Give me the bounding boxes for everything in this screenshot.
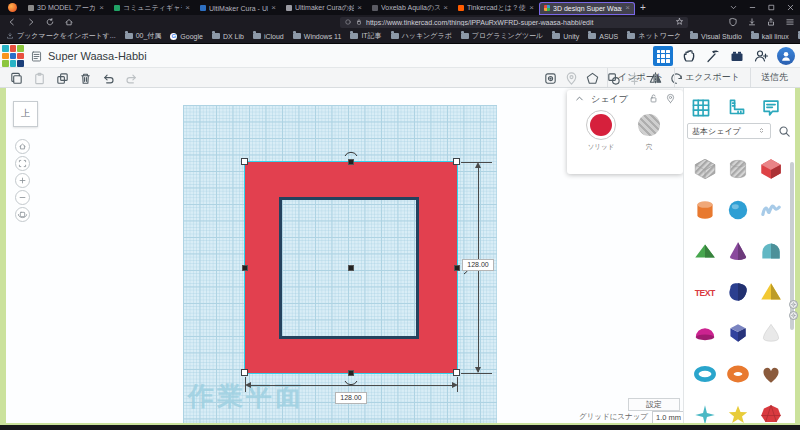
center-handle[interactable]: [348, 265, 354, 271]
share-icon[interactable]: [766, 17, 776, 27]
browser-tab[interactable]: 3D MODEL アーカイブ - HOME(3D×: [23, 2, 109, 15]
shape-outline-icon[interactable]: [584, 70, 600, 86]
extension-gear-button[interactable]: [789, 311, 798, 320]
forward-icon[interactable]: [26, 17, 36, 27]
search-icon[interactable]: [777, 124, 792, 143]
shape-heart[interactable]: [756, 359, 786, 389]
import-button[interactable]: インポート: [607, 68, 674, 87]
edge-handle-right[interactable]: [454, 265, 460, 271]
snap-value-dropdown[interactable]: 1.0 mm ▾: [652, 411, 683, 424]
brick-icon[interactable]: [729, 48, 745, 64]
tab-close-icon[interactable]: ×: [99, 5, 104, 11]
solid-option[interactable]: ソリッド: [586, 110, 616, 152]
duplicate-icon[interactable]: [54, 70, 70, 86]
export-button[interactable]: エクスポート: [674, 68, 750, 87]
corner-handle-sw[interactable]: [241, 369, 248, 376]
bookmark-item[interactable]: ASUS: [588, 33, 618, 40]
protection-shield-icon[interactable]: [728, 17, 738, 27]
edge-handle-left[interactable]: [242, 265, 248, 271]
shape-curved-text[interactable]: [723, 277, 753, 307]
tab-close-icon[interactable]: ×: [625, 5, 630, 11]
home-icon[interactable]: [64, 17, 74, 27]
tab-close-icon[interactable]: ×: [443, 5, 448, 11]
menu-icon[interactable]: [785, 17, 795, 27]
back-icon[interactable]: [7, 17, 17, 27]
bookmark-item[interactable]: kali linux: [751, 33, 789, 40]
solid-swatch[interactable]: [586, 110, 616, 140]
glove-icon[interactable]: [681, 48, 697, 64]
url-text[interactable]: https://www.tinkercad.com/things/lPPAuRx…: [366, 19, 672, 26]
avatar[interactable]: [777, 47, 795, 65]
browser-tab[interactable]: 3D design Super Waasa-Habbi×: [539, 2, 635, 15]
tile-grid-icon[interactable]: [653, 46, 673, 66]
shape-scribble[interactable]: [756, 195, 786, 225]
corner-handle-ne[interactable]: [453, 158, 460, 165]
bookmark-item[interactable]: GGoogle: [170, 33, 203, 40]
reload-icon[interactable]: [45, 17, 55, 27]
shape-box-hole[interactable]: [690, 154, 720, 184]
bookmark-item[interactable]: Windows 11: [293, 33, 342, 40]
shape-torus[interactable]: [690, 359, 720, 389]
edge-handle-bottom[interactable]: [348, 370, 354, 376]
shape-cylinder-hole[interactable]: [723, 154, 753, 184]
bookmark-item[interactable]: プログラミングツール: [461, 31, 543, 41]
bookmark-item[interactable]: DX Lib: [212, 33, 244, 40]
paste-icon[interactable]: [31, 70, 47, 86]
bookmark-item[interactable]: IT記事: [350, 31, 381, 41]
person-add-icon[interactable]: [753, 48, 769, 64]
tab-close-icon[interactable]: ×: [357, 5, 362, 11]
shape-box[interactable]: [756, 154, 786, 184]
pin-icon[interactable]: [563, 70, 579, 86]
bookmark-item[interactable]: Visual Studio: [690, 33, 742, 40]
corner-handle-se[interactable]: [453, 369, 460, 376]
document-icon[interactable]: [30, 49, 43, 67]
notes-icon[interactable]: [760, 97, 782, 119]
browser-tab[interactable]: Tinkercadとは？使い方やできるこ×: [453, 2, 539, 15]
zoom-out-button[interactable]: [15, 190, 30, 205]
lock-open-icon[interactable]: [648, 90, 659, 108]
zoom-in-button[interactable]: [15, 173, 30, 188]
shape-cylinder[interactable]: [690, 195, 720, 225]
pin-icon[interactable]: [665, 90, 676, 108]
firefox-icon[interactable]: [8, 3, 17, 12]
minimize-icon[interactable]: [748, 3, 757, 12]
browser-tab[interactable]: Ultimaker Curaの始め方【無料で×: [281, 2, 367, 15]
close-icon[interactable]: [786, 3, 795, 12]
rotate-handle-top[interactable]: [344, 148, 358, 157]
bookmark-star-icon[interactable]: [675, 17, 684, 27]
shape-category-dropdown[interactable]: 基本シェイプ: [687, 123, 771, 139]
maximize-icon[interactable]: [767, 3, 776, 12]
bookmark-item[interactable]: ブックマークをインポートす...: [6, 31, 116, 41]
copy-icon[interactable]: [8, 70, 24, 86]
bookmark-item[interactable]: 00_付属: [125, 31, 162, 41]
design-title[interactable]: Super Waasa-Habbi: [48, 50, 147, 62]
url-bar[interactable]: https://www.tinkercad.com/things/lPPAuRx…: [340, 17, 688, 28]
pickaxe-icon[interactable]: [705, 48, 721, 64]
new-tab-button[interactable]: +: [640, 3, 646, 13]
shape-pyramid[interactable]: [756, 277, 786, 307]
view-cube[interactable]: 上: [13, 101, 38, 127]
ruler-icon[interactable]: [725, 97, 747, 119]
shape-round-roof[interactable]: [756, 236, 786, 266]
browser-tab[interactable]: Voxelab Aquilaのスペック・組立・×: [367, 2, 453, 15]
delete-icon[interactable]: [77, 70, 93, 86]
height-dimension-label[interactable]: 128.00: [462, 259, 494, 271]
tab-close-icon[interactable]: ×: [185, 5, 190, 11]
download-icon[interactable]: [747, 17, 757, 27]
bookmark-item[interactable]: iCloud: [253, 33, 284, 40]
shape-half-sphere[interactable]: [690, 318, 720, 348]
shape-sphere[interactable]: [723, 195, 753, 225]
collapse-chevron-icon[interactable]: [574, 90, 585, 108]
edge-handle-top[interactable]: [348, 159, 354, 165]
home-view-button[interactable]: [15, 139, 30, 154]
fit-view-button[interactable]: [15, 156, 30, 171]
bookmark-item[interactable]: ネットワーク: [627, 31, 681, 41]
orbit-view-button[interactable]: [15, 207, 30, 222]
tinkercad-logo[interactable]: [2, 45, 24, 67]
workplane-grid-icon[interactable]: [690, 97, 712, 119]
browser-tab[interactable]: UltiMaker Cura - UltiMaker×: [195, 2, 281, 15]
send-to-button[interactable]: 送信先: [750, 68, 798, 87]
tab-list-icon[interactable]: [729, 3, 738, 12]
extension-gear-button[interactable]: [789, 300, 798, 309]
shield-permission-icon[interactable]: [344, 18, 352, 27]
